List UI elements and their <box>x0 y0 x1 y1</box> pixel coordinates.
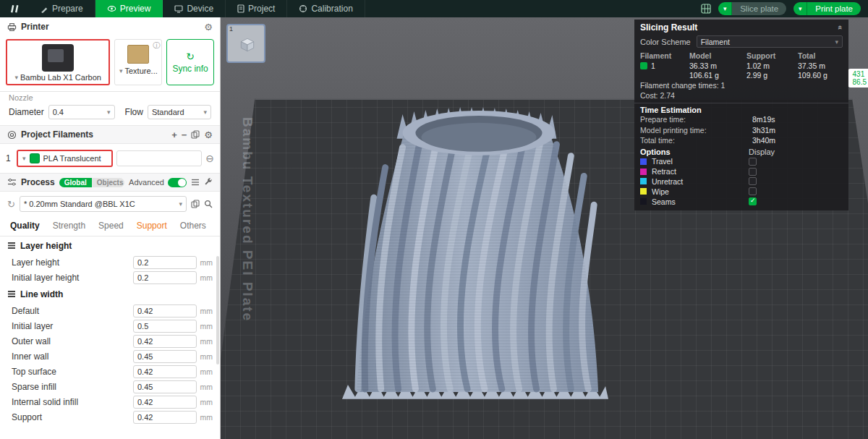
printer-selector[interactable]: ▾Bambu Lab X1 Carbon <box>6 39 110 85</box>
initial-layer-line-width-input[interactable] <box>133 320 197 333</box>
color-scheme-select[interactable]: Filament ▾ <box>697 35 843 48</box>
unit-label: mm <box>197 258 213 267</box>
plate-type-selector[interactable]: ⓘ ▾Texture... <box>114 39 162 85</box>
collapse-icon[interactable]: « <box>836 25 845 29</box>
chevron-down-icon: ▾ <box>179 200 182 208</box>
reset-preset-icon[interactable]: ↻ <box>7 199 15 210</box>
setting-label: Initial layer height <box>12 273 133 283</box>
wipe-checkbox[interactable] <box>749 187 757 195</box>
add-filament-button[interactable]: + <box>171 129 177 140</box>
info-icon[interactable]: ⓘ <box>153 41 160 51</box>
advanced-toggle[interactable] <box>168 178 187 187</box>
tab-support[interactable]: Support <box>137 221 167 231</box>
slice-plate-button[interactable]: ▾ Slice plate <box>718 2 786 15</box>
setting-label: Top surface <box>12 367 133 377</box>
retract-color-swatch <box>640 169 647 175</box>
default-line-width-input[interactable] <box>133 304 197 317</box>
internal-solid-infill-line-width-input[interactable] <box>133 396 197 409</box>
tab-preview[interactable]: Preview <box>95 0 163 17</box>
plate-grid-icon[interactable] <box>701 4 711 14</box>
support-line-width-input[interactable] <box>133 411 197 424</box>
slice-dropdown-chevron-icon[interactable]: ▾ <box>718 2 732 15</box>
unit-label: mm <box>197 398 213 406</box>
plate-thumbnail[interactable]: 1 <box>226 24 265 63</box>
chevron-down-icon: ▾ <box>203 108 207 116</box>
filament-selector[interactable]: ▾ PLA Translucent <box>17 150 113 167</box>
options-title: Options <box>640 148 749 156</box>
device-monitor-icon <box>174 5 183 13</box>
line-width-section-header[interactable]: Line width <box>0 285 220 303</box>
diameter-select[interactable]: 0.4▾ <box>48 105 115 119</box>
filament-sync-icon[interactable] <box>191 130 200 139</box>
initial-layer-height-input[interactable] <box>133 271 197 284</box>
tab-device[interactable]: Device <box>163 0 226 17</box>
seams-checkbox[interactable] <box>749 197 757 205</box>
filament-edit-icon[interactable]: ⊖ <box>205 153 214 164</box>
sync-info-button[interactable]: ↻ Sync info <box>166 39 214 85</box>
tab-prepare[interactable]: Prepare <box>29 0 95 17</box>
tab-quality[interactable]: Quality <box>10 221 40 231</box>
filament-name: PLA Translucent <box>43 154 101 163</box>
project-doc-icon <box>237 4 244 13</box>
process-list-icon[interactable] <box>191 179 200 186</box>
filament-change-times: Filament change times: 1 <box>634 80 848 90</box>
filament-index: 1 <box>6 153 13 163</box>
tab-project[interactable]: Project <box>226 0 287 17</box>
setting-label: Support <box>12 412 133 422</box>
travel-checkbox[interactable] <box>749 158 757 166</box>
unit-label: mm <box>197 383 213 391</box>
tab-preview-label: Preview <box>120 4 151 14</box>
chevron-down-icon: ▾ <box>835 38 838 46</box>
slicing-result-title: Slicing Result <box>640 22 697 33</box>
tab-others[interactable]: Others <box>180 221 206 231</box>
remove-filament-button[interactable]: − <box>182 129 187 140</box>
top-surface-line-width-input[interactable] <box>133 365 197 378</box>
filament-field[interactable] <box>116 150 202 166</box>
save-preset-icon[interactable] <box>191 200 200 208</box>
tab-speed[interactable]: Speed <box>98 221 124 231</box>
objects-badge[interactable]: Objects <box>92 178 124 187</box>
time-row: Total time:3h40m <box>634 135 848 146</box>
process-title: Process <box>21 177 55 187</box>
layer-height-input[interactable] <box>133 256 197 269</box>
advanced-label: Advanced <box>129 178 164 187</box>
printer-settings-gear-icon[interactable]: ⚙ <box>204 22 213 33</box>
travel-color-swatch <box>640 158 647 165</box>
top-bar: Prepare Preview Device Project Calibrati… <box>0 0 868 17</box>
project-filaments-title: Project Filaments <box>21 129 93 140</box>
global-badge[interactable]: Global <box>59 178 92 187</box>
unretract-checkbox[interactable] <box>749 177 757 185</box>
search-icon[interactable] <box>204 200 213 208</box>
layer-height-section-header[interactable]: Layer height <box>0 236 220 255</box>
wrench-icon[interactable] <box>204 178 213 187</box>
outer-wall-line-width-input[interactable] <box>133 335 197 348</box>
plate-watermark: Bambu Textured PEI Plate <box>239 117 255 322</box>
tab-prepare-label: Prepare <box>52 4 83 14</box>
process-preset-select[interactable]: * 0.20mm Standard @BBL X1C ▾ <box>20 196 187 212</box>
chevron-down-icon: ▾ <box>107 108 111 116</box>
tab-calibration[interactable]: Calibration <box>287 0 365 17</box>
retract-checkbox[interactable] <box>749 168 757 176</box>
plate-type-name: Texture... <box>125 67 158 75</box>
sparse-infill-line-width-input[interactable] <box>133 380 197 393</box>
unit-label: mm <box>197 307 213 315</box>
support-usage: 1.02 m2.99 g <box>746 61 798 80</box>
printer-title: Printer <box>21 22 49 32</box>
layer-slider-indicator[interactable]: 431 86.5 <box>848 69 868 88</box>
setting-label: Internal solid infill <box>12 397 133 407</box>
filament-settings-gear-icon[interactable]: ⚙ <box>204 129 213 140</box>
unit-label: mm <box>197 322 213 331</box>
time-row: Model printing time:3h31m <box>634 125 848 136</box>
setting-label: Sparse infill <box>12 382 133 392</box>
chevron-down-icon: ▾ <box>15 74 19 81</box>
print-dropdown-chevron-icon[interactable]: ▾ <box>793 2 807 15</box>
sliced-model[interactable] <box>341 75 614 406</box>
setting-row: Initial layer height mm <box>0 270 220 285</box>
sidebar-scrollbar[interactable] <box>216 256 219 365</box>
filament-icon <box>7 130 17 140</box>
tab-strength[interactable]: Strength <box>53 221 85 231</box>
diameter-value: 0.4 <box>53 108 64 116</box>
print-plate-button[interactable]: ▾ Print plate <box>793 2 861 15</box>
inner-wall-line-width-input[interactable] <box>133 350 197 363</box>
flow-select[interactable]: Standard▾ <box>148 105 211 119</box>
